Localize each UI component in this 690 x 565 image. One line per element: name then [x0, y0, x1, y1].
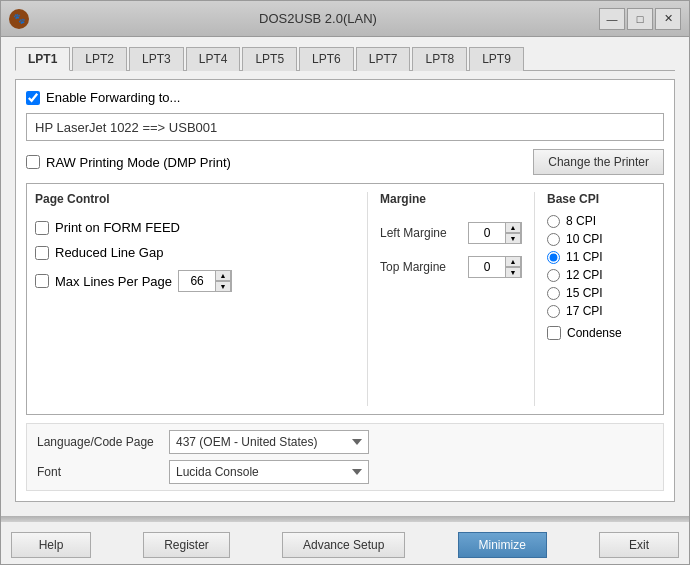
tab-lpt2[interactable]: LPT2	[72, 47, 127, 71]
advance-setup-button[interactable]: Advance Setup	[282, 532, 405, 558]
cpi-10-label: 10 CPI	[566, 232, 603, 246]
cpi-8-label: 8 CPI	[566, 214, 596, 228]
raw-left: RAW Printing Mode (DMP Print)	[26, 155, 231, 170]
font-select[interactable]: Lucida Console Courier New	[169, 460, 369, 484]
page-control-title: Page Control	[35, 192, 355, 206]
tab-lpt5[interactable]: LPT5	[242, 47, 297, 71]
raw-mode-checkbox[interactable]	[26, 155, 40, 169]
max-lines-input[interactable]	[179, 271, 215, 291]
margine-title: Margine	[380, 192, 522, 206]
cpi-10-row: 10 CPI	[547, 232, 655, 246]
printer-display: HP LaserJet 1022 ==> USB001	[26, 113, 664, 141]
cpi-15-radio[interactable]	[547, 287, 560, 300]
reduced-line-gap-row: Reduced Line Gap	[35, 245, 355, 260]
top-margin-up[interactable]: ▲	[505, 256, 521, 267]
left-margin-spinner: ▲ ▼	[468, 222, 522, 244]
max-lines-row: Max Lines Per Page ▲ ▼	[35, 270, 355, 292]
spinner-up[interactable]: ▲	[215, 270, 231, 281]
cpi-17-row: 17 CPI	[547, 304, 655, 318]
left-margin-input[interactable]	[469, 223, 505, 243]
top-margin-label: Top Margine	[380, 260, 460, 274]
top-margin-row: Top Margine ▲ ▼	[380, 256, 522, 278]
main-panel: Enable Forwarding to... HP LaserJet 1022…	[15, 79, 675, 502]
content-area: LPT1 LPT2 LPT3 LPT4 LPT5 LPT6 LPT7 LPT8 …	[1, 37, 689, 512]
spinner-down[interactable]: ▼	[215, 281, 231, 292]
left-margin-up[interactable]: ▲	[505, 222, 521, 233]
base-cpi-section: Base CPI 8 CPI 10 CPI 11 CPI	[535, 192, 655, 406]
help-button[interactable]: Help	[11, 532, 91, 558]
condense-checkbox[interactable]	[547, 326, 561, 340]
close-button[interactable]: ✕	[655, 8, 681, 30]
language-select[interactable]: 437 (OEM - United States) 850 (Multiling…	[169, 430, 369, 454]
enable-checkbox[interactable]	[26, 91, 40, 105]
tab-lpt7[interactable]: LPT7	[356, 47, 411, 71]
bottom-buttons: Help Register Advance Setup Minimize Exi…	[1, 526, 689, 564]
cpi-10-radio[interactable]	[547, 233, 560, 246]
reduced-line-gap-label: Reduced Line Gap	[55, 245, 163, 260]
enable-label: Enable Forwarding to...	[46, 90, 180, 105]
cpi-15-row: 15 CPI	[547, 286, 655, 300]
enable-row: Enable Forwarding to...	[26, 90, 664, 105]
tab-lpt1[interactable]: LPT1	[15, 47, 70, 71]
register-button[interactable]: Register	[143, 532, 230, 558]
left-margin-spinner-btns: ▲ ▼	[505, 222, 521, 244]
bottom-section: Language/Code Page 437 (OEM - United Sta…	[26, 423, 664, 491]
base-cpi-title: Base CPI	[547, 192, 655, 206]
cpi-12-radio[interactable]	[547, 269, 560, 282]
tab-lpt6[interactable]: LPT6	[299, 47, 354, 71]
divider-bar	[1, 516, 689, 522]
left-margin-down[interactable]: ▼	[505, 233, 521, 244]
top-margin-spinner: ▲ ▼	[468, 256, 522, 278]
tab-lpt3[interactable]: LPT3	[129, 47, 184, 71]
cpi-8-row: 8 CPI	[547, 214, 655, 228]
language-row: Language/Code Page 437 (OEM - United Sta…	[37, 430, 653, 454]
window-controls: — □ ✕	[599, 8, 681, 30]
printer-text: HP LaserJet 1022 ==> USB001	[35, 120, 217, 135]
form-feed-checkbox[interactable]	[35, 221, 49, 235]
form-feed-row: Print on FORM FEED	[35, 220, 355, 235]
reduced-line-gap-checkbox[interactable]	[35, 246, 49, 260]
font-label: Font	[37, 465, 157, 479]
window-title: DOS2USB 2.0(LAN)	[37, 11, 599, 26]
font-row: Font Lucida Console Courier New	[37, 460, 653, 484]
cpi-17-label: 17 CPI	[566, 304, 603, 318]
form-feed-label: Print on FORM FEED	[55, 220, 180, 235]
cpi-11-row: 11 CPI	[547, 250, 655, 264]
tab-lpt4[interactable]: LPT4	[186, 47, 241, 71]
max-lines-checkbox[interactable]	[35, 274, 49, 288]
max-lines-label: Max Lines Per Page	[55, 274, 172, 289]
top-margin-spinner-btns: ▲ ▼	[505, 256, 521, 278]
page-control-section: Page Control Print on FORM FEED Reduced …	[35, 192, 368, 406]
condense-label: Condense	[567, 326, 622, 340]
cpi-15-label: 15 CPI	[566, 286, 603, 300]
tab-lpt8[interactable]: LPT8	[412, 47, 467, 71]
lpt-tabs: LPT1 LPT2 LPT3 LPT4 LPT5 LPT6 LPT7 LPT8 …	[15, 47, 675, 71]
main-window: 🐾 DOS2USB 2.0(LAN) — □ ✕ LPT1 LPT2 LPT3 …	[0, 0, 690, 565]
three-columns-section: Page Control Print on FORM FEED Reduced …	[26, 183, 664, 415]
tab-lpt9[interactable]: LPT9	[469, 47, 524, 71]
top-margin-input[interactable]	[469, 257, 505, 277]
app-icon: 🐾	[9, 9, 29, 29]
raw-mode-label: RAW Printing Mode (DMP Print)	[46, 155, 231, 170]
change-printer-button[interactable]: Change the Printer	[533, 149, 664, 175]
cpi-8-radio[interactable]	[547, 215, 560, 228]
condense-row: Condense	[547, 326, 655, 340]
top-margin-down[interactable]: ▼	[505, 267, 521, 278]
left-margin-label: Left Margine	[380, 226, 460, 240]
minimize-app-button[interactable]: Minimize	[458, 532, 547, 558]
exit-button[interactable]: Exit	[599, 532, 679, 558]
raw-mode-row: RAW Printing Mode (DMP Print) Change the…	[26, 149, 664, 175]
title-bar: 🐾 DOS2USB 2.0(LAN) — □ ✕	[1, 1, 689, 37]
cpi-11-label: 11 CPI	[566, 250, 603, 264]
left-margin-row: Left Margine ▲ ▼	[380, 222, 522, 244]
cpi-17-radio[interactable]	[547, 305, 560, 318]
cpi-12-row: 12 CPI	[547, 268, 655, 282]
language-label: Language/Code Page	[37, 435, 157, 449]
margine-section: Margine Left Margine ▲ ▼ Top Margine	[368, 192, 535, 406]
cpi-11-radio[interactable]	[547, 251, 560, 264]
cpi-12-label: 12 CPI	[566, 268, 603, 282]
max-lines-spinner: ▲ ▼	[178, 270, 232, 292]
restore-button[interactable]: □	[627, 8, 653, 30]
spinner-buttons: ▲ ▼	[215, 270, 231, 292]
minimize-button[interactable]: —	[599, 8, 625, 30]
